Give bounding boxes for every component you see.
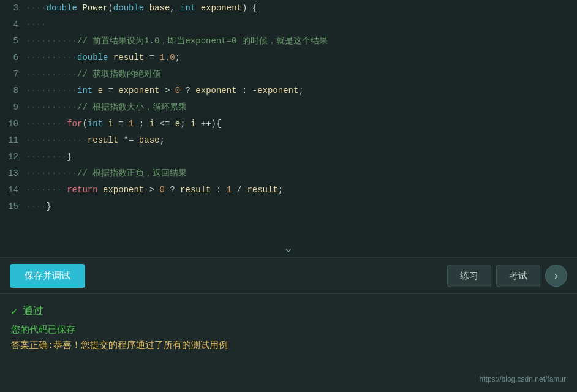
line-content: ········} [23,149,72,165]
code-token: ; [298,86,303,96]
code-token: = [103,86,118,96]
line-number: 6 [0,50,23,66]
code-editor[interactable]: 3····double Power(double base, int expon… [0,0,577,257]
indent-dots: ········ [26,152,67,162]
indent-dots: ·········· [26,168,77,178]
line-number: 4 [0,17,23,33]
code-token: *= [118,135,139,145]
code-token: double [47,3,77,13]
code-token: result [88,135,118,145]
table-row: 15····} [0,198,577,215]
code-token: ; [175,53,180,62]
table-row: 14········return exponent > 0 ? result :… [0,182,577,198]
table-row: 3····double Power(double base, int expon… [0,0,577,17]
code-token [98,185,103,195]
scroll-indicator[interactable]: ⌄ [0,238,577,257]
line-content: ············result *= base; [23,132,165,149]
code-token: // 获取指数的绝对值 [77,69,161,79]
line-number: 13 [0,165,23,182]
toolbar-right: 练习 考试 › [447,265,567,287]
code-token: } [47,202,51,211]
line-number: 7 [0,66,23,83]
line-number: 3 [0,0,23,17]
code-token: ? [165,185,180,195]
code-token: > [144,185,159,195]
correct-label: 答案正确:恭喜！您提交的程序通过了所有的测试用例 [11,339,566,351]
toolbar: 保存并调试 练习 考试 › [0,257,577,294]
save-debug-button[interactable]: 保存并调试 [10,264,85,288]
indent-dots: ········ [26,185,67,195]
line-content: ········return exponent > 0 ? result : 1… [23,182,283,198]
code-token: i [108,119,113,129]
code-token: , [170,3,180,13]
line-content: ··········// 根据指数大小，循环累乘 [23,99,187,116]
code-token [195,3,200,13]
table-row: 7··········// 获取指数的绝对值 [0,66,577,83]
code-token: 1.0 [159,53,175,62]
table-row: 12········} [0,149,577,165]
code-token: : [211,185,227,195]
code-token: 0 [175,86,180,96]
check-icon: ✓ [11,304,18,318]
indent-dots: ·········· [26,36,77,46]
code-token: for [67,119,82,129]
code-token: double [113,3,144,13]
code-token: result [247,185,277,195]
line-content: ········for(int i = 1 ; i <= e; i ++){ [23,116,227,132]
code-token: double [77,53,108,62]
line-number: 14 [0,182,23,198]
line-content: ··········// 根据指数正负，返回结果 [23,165,187,182]
indent-dots: ···· [26,3,47,13]
code-token: 0 [159,185,164,195]
code-token: exponent [201,3,242,13]
code-token: = [144,53,159,62]
code-token: base [139,135,160,145]
code-token: Power [82,3,108,13]
pass-status: ✓ 通过 [11,304,566,318]
code-token: e [98,86,103,96]
table-row: 5··········// 前置结果设为1.0，即当exponent=0 的时候… [0,33,577,50]
exam-button[interactable]: 考试 [496,265,540,287]
code-token [108,53,113,62]
pass-label: 通过 [23,304,43,318]
code-token: / [232,185,247,195]
code-token: : - [237,86,258,96]
table-row: 10········for(int i = 1 ; i <= e; i ++){ [0,116,577,132]
code-token: // 根据指数正负，返回结果 [77,168,187,178]
line-number: 8 [0,83,23,99]
indent-dots: ············ [26,135,88,145]
line-number: 15 [0,198,23,215]
code-token: exponent [195,86,236,96]
indent-dots: ·········· [26,69,77,79]
more-button[interactable]: › [545,265,567,287]
code-token: int [88,119,103,129]
code-token: i [149,119,154,129]
code-token: int [77,86,92,96]
code-token: ; [278,185,283,195]
table-row: 13··········// 根据指数正负，返回结果 [0,165,577,182]
saved-label: 您的代码已保存 [11,324,566,336]
line-number: 11 [0,132,23,149]
code-token: ? [180,86,195,96]
code-token: exponent [103,185,144,195]
line-content: ···· [23,17,47,33]
code-token: // 前置结果设为1.0，即当exponent=0 的时候，就是这个结果 [77,36,328,46]
code-lines: 3····double Power(double base, int expon… [0,0,577,215]
indent-dots: ···· [26,202,47,211]
blog-link: https://blog.csdn.net/famur [480,375,566,383]
practice-button[interactable]: 练习 [447,265,491,287]
line-content: ··········// 前置结果设为1.0，即当exponent=0 的时候，… [23,33,328,50]
code-token: exponent [118,86,159,96]
code-token: ( [108,3,113,13]
code-token: return [67,185,97,195]
code-token: ++){ [195,119,226,129]
code-token: 1 [129,119,134,129]
code-token: exponent [257,86,298,96]
code-token: result [180,185,211,195]
line-number: 12 [0,149,23,165]
line-number: 10 [0,116,23,132]
line-number: 5 [0,33,23,50]
indent-dots: ········ [26,119,67,129]
code-token: ( [82,119,87,129]
table-row: 11············result *= base; [0,132,577,149]
